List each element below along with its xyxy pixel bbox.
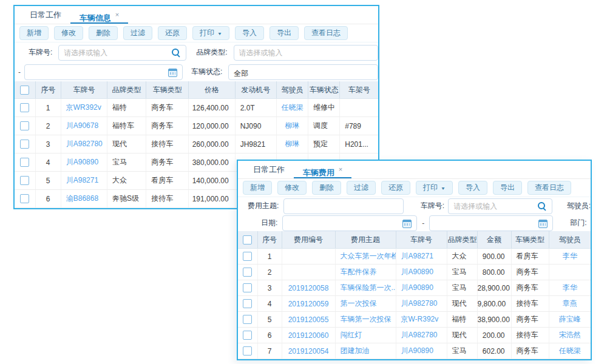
cell-expense-subject[interactable]: 第一次投保 — [335, 296, 396, 312]
row-checkbox[interactable] — [20, 158, 29, 167]
cell-amount: 9,800.00 — [477, 296, 511, 312]
cell-expense-code[interactable]: 2019120054 — [282, 343, 335, 359]
cell-status: 调度 — [308, 117, 340, 135]
view-log-button[interactable]: 查看日志 — [527, 181, 571, 195]
cell-driver[interactable]: 宋浩然 — [549, 328, 591, 343]
status-select[interactable]: 全部 — [228, 64, 378, 80]
row-checkbox[interactable] — [243, 346, 252, 356]
export-button[interactable]: 导出 — [493, 181, 522, 195]
brand-filter-input[interactable] — [234, 45, 378, 61]
cell-driver[interactable]: 李华 — [549, 280, 591, 296]
row-checkbox[interactable] — [20, 121, 29, 130]
cell-expense-code[interactable]: 2019120059 — [282, 296, 335, 312]
tab-daily-work[interactable]: 日常工作 — [244, 161, 294, 178]
subject-filter-input[interactable] — [283, 198, 403, 214]
filter-button[interactable]: 过滤 — [123, 26, 152, 40]
cell-expense-subject[interactable]: 团建加油 — [335, 343, 396, 359]
cell-plate[interactable]: 川A982780 — [396, 328, 447, 343]
tab-daily-work[interactable]: 日常工作 — [21, 7, 70, 24]
calendar-icon[interactable] — [168, 69, 177, 77]
cell-expense-subject[interactable]: 车辆第一次投保 — [335, 312, 396, 328]
cell-driver[interactable]: 任晓渠 — [549, 343, 591, 359]
date-filter-input[interactable] — [24, 64, 183, 80]
cell-driver[interactable]: 任晓渠 — [276, 99, 308, 117]
cell-expense-subject[interactable]: 闯红灯 — [335, 328, 396, 343]
cell-driver[interactable]: 章燕 — [549, 296, 591, 312]
cell-driver[interactable]: 李华 — [549, 249, 591, 265]
print-button[interactable]: 打印▼ — [416, 181, 453, 195]
cell-driver[interactable]: 柳琳 — [276, 117, 308, 135]
cell-driver[interactable]: 柳琳 — [276, 135, 308, 153]
plate-filter-input[interactable] — [58, 45, 186, 61]
plate-filter-input[interactable] — [448, 198, 552, 214]
button-label: 导出 — [277, 29, 291, 37]
add-button[interactable]: 新增 — [19, 26, 49, 40]
cell-expense-code[interactable]: 2019120060 — [282, 328, 335, 343]
filter-button[interactable]: 过滤 — [347, 181, 376, 195]
row-checkbox[interactable] — [20, 140, 29, 149]
tab-vehicle-info[interactable]: 车辆信息 × — [70, 7, 128, 24]
cell-expense-code[interactable]: 2019120058 — [282, 280, 335, 296]
row-checkbox[interactable] — [20, 176, 29, 185]
cell-plate[interactable]: 川A90678 — [61, 117, 107, 135]
filter-row-2: - 车辆状态: 全部 — [15, 62, 378, 81]
calendar-icon[interactable] — [402, 220, 412, 228]
print-button[interactable]: 打印▼ — [192, 26, 229, 40]
row-checkbox[interactable] — [243, 252, 252, 261]
delete-button[interactable]: 删除 — [89, 26, 118, 40]
cell-expense-subject[interactable]: 大众车第一次年检 — [335, 249, 396, 265]
search-icon[interactable] — [538, 202, 545, 209]
cell-index: 1 — [257, 249, 282, 265]
cell-plate[interactable]: 京W-R392v — [396, 312, 447, 328]
import-button[interactable]: 导入 — [235, 26, 264, 40]
restore-button[interactable]: 还原 — [381, 181, 410, 195]
cell-plate[interactable]: 川A982780 — [396, 296, 447, 312]
tab-bar: 日常工作 车辆信息 × — [15, 6, 378, 24]
select-all-checkbox[interactable] — [20, 86, 29, 95]
cell-expense-code[interactable]: 2019120055 — [282, 312, 335, 328]
search-icon[interactable] — [172, 49, 179, 56]
import-button[interactable]: 导入 — [458, 181, 487, 195]
cell-driver[interactable]: 薛宝峰 — [549, 312, 591, 328]
cell-plate[interactable]: 川A98271 — [61, 172, 107, 190]
cell-plate[interactable]: 川A90890 — [396, 280, 447, 296]
cell-plate[interactable]: 川A982780 — [61, 135, 107, 153]
cell-brand: 宝马 — [447, 265, 477, 280]
cell-plate[interactable]: 川A98271 — [396, 249, 447, 265]
cell-index: 6 — [257, 328, 282, 343]
cell-plate[interactable]: 川A90890 — [61, 153, 107, 172]
row-checkbox[interactable] — [20, 194, 29, 203]
tab-vehicle-expense[interactable]: 车辆费用 × — [294, 161, 351, 178]
date-from-input[interactable] — [282, 215, 417, 231]
cell-index: 7 — [257, 343, 282, 359]
row-checkbox[interactable] — [243, 331, 252, 340]
add-button[interactable]: 新增 — [243, 181, 272, 195]
row-checkbox[interactable] — [243, 268, 252, 277]
close-icon[interactable]: × — [115, 11, 119, 18]
delete-button[interactable]: 删除 — [312, 181, 341, 195]
cell-expense-subject[interactable]: 车配件保养 — [335, 265, 396, 280]
select-all-checkbox[interactable] — [243, 235, 252, 244]
cell-plate[interactable]: 川A90890 — [396, 265, 447, 280]
checkbox-cell — [238, 328, 257, 343]
edit-button[interactable]: 修改 — [277, 181, 307, 195]
row-checkbox[interactable] — [243, 299, 252, 308]
edit-button[interactable]: 修改 — [54, 26, 83, 40]
cell-expense-subject[interactable]: 车辆保险第一次... — [335, 280, 396, 296]
button-label: 查看日志 — [535, 183, 564, 192]
cell-plate[interactable]: 京WR392v — [61, 99, 107, 117]
date-to-input[interactable] — [429, 215, 553, 231]
cell-plate[interactable]: 渝B86868 — [61, 190, 107, 208]
row-checkbox[interactable] — [243, 315, 252, 324]
calendar-icon[interactable] — [538, 220, 548, 228]
restore-button[interactable]: 还原 — [158, 26, 187, 40]
date-from-filter — [282, 215, 417, 231]
cell-brand: 大众 — [107, 172, 146, 190]
cell-plate[interactable]: 川A90890 — [396, 343, 447, 359]
view-log-button[interactable]: 查看日志 — [304, 26, 348, 40]
row-checkbox[interactable] — [243, 283, 252, 292]
row-checkbox[interactable] — [20, 103, 29, 112]
export-button[interactable]: 导出 — [270, 26, 299, 40]
cell-amount: 28,900.00 — [477, 280, 511, 296]
close-icon[interactable]: × — [339, 166, 342, 173]
